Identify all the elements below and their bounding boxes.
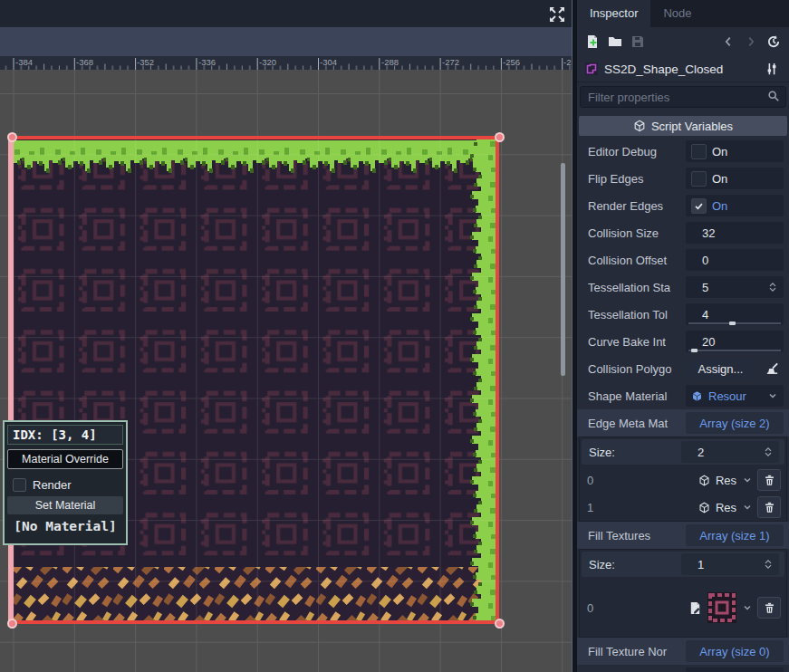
new-resource-button[interactable] (582, 32, 602, 52)
chevron-down-icon (767, 390, 778, 401)
prop-label: Tessellation Sta (588, 281, 686, 294)
ss2d-node-icon (584, 62, 599, 76)
delete-element-button[interactable] (757, 496, 781, 518)
delete-element-button[interactable] (757, 469, 781, 491)
set-material-button[interactable]: Set Material (7, 496, 123, 514)
resource-cube-icon (698, 502, 710, 514)
collision-size-field[interactable]: 32 (686, 222, 784, 244)
spinner-updown-icon[interactable] (763, 446, 774, 458)
clear-node-button[interactable] (760, 358, 784, 379)
flip-edges-checkbox[interactable]: On (686, 168, 784, 189)
curve-bake-slider[interactable]: 20 (686, 331, 784, 352)
edge-meta-array-button[interactable]: Array (size 2) (686, 412, 784, 434)
checkbox-unchecked-icon (691, 171, 707, 187)
load-resource-button[interactable] (605, 32, 625, 52)
history-icon (766, 34, 781, 49)
tessellation-stages-spinner[interactable]: 5 (686, 276, 784, 298)
trash-icon (764, 475, 775, 486)
history-back-button[interactable] (718, 32, 738, 52)
material-override-button[interactable]: Material Override (7, 449, 123, 469)
prop-label: Editor Debug (588, 145, 686, 158)
render-edges-checkbox[interactable]: On (686, 195, 784, 216)
texture-resource-picker[interactable] (688, 592, 753, 623)
expand-icon (548, 5, 566, 24)
extra-tools-button[interactable] (762, 59, 782, 79)
fill-texture-preview (707, 592, 736, 623)
object-name: SS2D_Shape_Closed (604, 62, 756, 76)
prop-row-fill-texture-z-index: Fill Texture Z I -10 (577, 665, 789, 672)
slider-grabber[interactable] (729, 322, 736, 325)
prop-row-fill-textures: Fill Textures Array (size 1) (577, 522, 789, 549)
prop-row-fill-texture-normals: Fill Texture Nor Array (size 0) (577, 638, 789, 665)
slider-grabber[interactable] (691, 349, 698, 352)
prop-row-collision-size: Collision Size 32 (577, 219, 789, 246)
shape-edge-right[interactable] (496, 136, 499, 624)
edited-object-row: SS2D_Shape_Closed (577, 56, 789, 82)
resource-cube-icon (691, 390, 703, 402)
element-resource-picker[interactable]: Res (698, 501, 753, 514)
spinner-updown-icon[interactable] (763, 558, 774, 571)
inspector-toolbar (577, 27, 789, 56)
array-size-row: Size: 2 (582, 439, 784, 465)
render-label: Render (33, 478, 72, 492)
tab-inspector[interactable]: Inspector (577, 0, 650, 27)
prop-row-collision-polygon: Collision Polygo Assign... (577, 355, 789, 382)
fill-texture-normals-array-button[interactable]: Array (size 0) (686, 640, 784, 662)
viewport-vertical-scrollbar[interactable] (561, 163, 565, 376)
ruler-label: -352 (137, 56, 154, 68)
history-forward-button[interactable] (741, 32, 761, 52)
canvas-area[interactable] (0, 70, 572, 672)
viewport-2d[interactable]: -384 -368 -352 -336 -320 -304 -288 -272 … (0, 0, 572, 672)
point-handle-bottom-left[interactable] (7, 619, 17, 629)
broom-icon (765, 362, 779, 376)
delete-element-button[interactable] (757, 597, 781, 619)
tab-node[interactable]: Node (650, 0, 704, 27)
array-element-row: 0 Res (580, 466, 786, 494)
godot-editor: -384 -368 -352 -336 -320 -304 -288 -272 … (0, 0, 789, 672)
prop-label: Fill Textures (588, 529, 686, 542)
prop-row-edge-meta-materials: Edge Meta Mat Array (size 2) (577, 409, 789, 437)
prop-row-tessellation-tolerance: Tessellation Tol 4 (577, 301, 789, 328)
size-label: Size: (589, 446, 681, 459)
shape-edge-left-selected[interactable] (8, 136, 14, 624)
save-resource-button[interactable] (628, 32, 648, 52)
slider-track (688, 350, 781, 351)
assign-node-button[interactable]: Assign... (686, 358, 755, 379)
edge-material-popup: IDX: [3, 4] Material Override Render Set… (3, 420, 128, 545)
shape-material-resource-picker[interactable]: Resour (686, 385, 784, 407)
resource-cube-icon (698, 475, 710, 486)
ruler-label: -272 (442, 56, 459, 68)
point-handle-top-left[interactable] (7, 132, 17, 142)
prop-label: Fill Texture Nor (588, 645, 686, 658)
sliders-icon (765, 62, 778, 75)
category-script-variables[interactable]: Script Variables (579, 116, 787, 136)
collision-offset-field[interactable]: 0 (686, 249, 784, 271)
prop-label: Edge Meta Mat (588, 417, 686, 430)
array-size-spinner[interactable]: 1 (681, 553, 779, 575)
element-resource-picker[interactable]: Res (698, 474, 753, 487)
expand-viewport-button[interactable] (545, 5, 569, 24)
fill-textures-array-button[interactable]: Array (size 1) (686, 524, 784, 546)
tessellation-tolerance-slider[interactable]: 4 (686, 303, 784, 325)
editor-debug-checkbox[interactable]: On (686, 140, 784, 162)
folder-icon (608, 34, 622, 49)
array-size-spinner[interactable]: 2 (681, 441, 779, 463)
render-checkbox[interactable] (13, 478, 26, 492)
viewport-top-toolbar (0, 0, 572, 27)
shape-edge-bottom[interactable] (12, 620, 499, 624)
element-index: 0 (587, 474, 698, 487)
script-category-icon (633, 120, 646, 132)
chevron-right-icon (745, 35, 757, 48)
filter-properties-input[interactable] (580, 86, 786, 108)
point-handle-top-right[interactable] (495, 132, 505, 142)
fill-textures-array-editor: Size: 1 0 (579, 549, 787, 638)
spinner-updown-icon[interactable] (767, 281, 778, 293)
point-handle-bottom-right[interactable] (495, 619, 505, 629)
object-history-button[interactable] (764, 32, 784, 52)
shape-edge-top[interactable] (12, 136, 499, 139)
ruler-label: -256 (503, 56, 520, 68)
fill-texture-z-spinner[interactable]: -10 (686, 667, 784, 672)
viewport-sub-toolbar (0, 27, 572, 56)
category-label: Script Variables (651, 120, 733, 133)
prop-label: Collision Offset (588, 254, 686, 267)
